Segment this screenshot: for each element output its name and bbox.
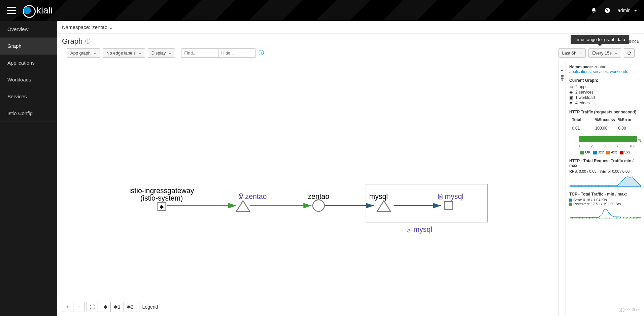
tcp-recv: Received: 17.51 / 192.50 B/s [569,202,641,206]
svg-point-2 [575,185,576,186]
current-graph-label: Current Graph: [569,78,641,83]
svg-point-38 [603,217,604,218]
stat-workload: ▣1 workload [569,95,641,100]
brand-logo[interactable]: kiali [23,5,53,16]
svg-point-6 [588,185,589,186]
legend-button[interactable]: Legend [139,302,161,312]
mysql-box-label: ⎘ mysql [407,225,432,234]
fit-button[interactable]: ⛶ [87,302,98,312]
http-sparkline [569,175,641,187]
graph-controls: ＋ － ⛶ ✱ ✱1 ✱2 Legend [62,302,161,312]
sidebar-item-graph[interactable]: Graph [0,38,57,55]
layout-2-button[interactable]: ✱2 [124,302,137,312]
panel-link-services[interactable]: services [593,69,608,74]
zentao-svc-node[interactable] [236,201,250,211]
http-req-header: HTTP - Total Request Traffic min / max: [569,159,641,168]
user-name: admin [618,8,631,13]
panel-link-workloads[interactable]: workloads [610,69,628,74]
svg-point-5 [585,185,586,186]
graph-type-select[interactable]: App graph⌄ [67,48,100,58]
display-select[interactable]: Display⌄ [148,48,175,58]
svg-point-35 [592,217,594,218]
hamburger-menu[interactable] [7,7,16,14]
svg-point-13 [612,185,613,186]
svg-point-31 [579,217,580,218]
http-traffic-header: HTTP Traffic (requests per second): [569,110,641,114]
hide-input[interactable] [218,49,256,57]
graph-canvas[interactable]: istio-ingressgateway (istio-system) ✱ ℣ … [57,61,558,316]
val-success: 100.00 [595,126,618,131]
brand-text: kiali [36,5,53,16]
sidebar: Overview Graph Applications Workloads Se… [0,21,57,316]
col-total: Total [569,117,595,122]
namespace-selector[interactable]: zentao ⌄ [92,24,112,30]
tcp-sparkline [569,207,641,219]
stat-edges: ✱4 edges [569,100,641,106]
edge-labels-select[interactable]: No edge labels⌄ [103,48,145,58]
sidebar-item-overview[interactable]: Overview [0,21,57,38]
find-hide-group [181,48,256,58]
page-title: Graph [62,37,82,46]
svg-point-50 [621,308,624,312]
gateway-label1: istio-ingressgateway [129,187,194,195]
sidebar-item-workloads[interactable]: Workloads [0,71,57,88]
svg-text:✱: ✱ [160,204,164,210]
svg-point-10 [602,185,603,186]
sidebar-item-applications[interactable]: Applications [0,55,57,71]
svg-point-33 [586,217,587,218]
layout-default-button[interactable]: ✱ [100,302,111,312]
svg-point-41 [613,217,614,218]
zoom-in-button[interactable]: ＋ [62,302,73,312]
mysql-app-label: mysql [369,192,388,201]
tooltip: Time range for graph data [571,35,629,44]
status-legend: OK 3xx 4xx 5xx [569,150,641,154]
panel-link-applications[interactable]: applications [569,69,590,74]
find-input[interactable] [181,49,218,57]
mysql-svc-node[interactable] [445,202,453,210]
side-panel: Namespace: zentao applications, services… [566,61,644,316]
namespace-label: Namespace: [62,24,90,30]
zentao-app-node[interactable] [313,200,325,212]
svg-point-1 [571,185,572,186]
val-error: 0.00 [618,126,641,131]
col-success: %Success [595,117,618,122]
chevron-down-icon [634,10,637,11]
svg-point-48 [636,217,637,218]
topbar: kiali admin [0,0,644,21]
sidebar-item-istio-config[interactable]: Istio Config [0,105,57,122]
tcp-sent: Sent: 0.18 / 1.04 K/s [569,198,641,202]
svg-point-9 [598,185,599,186]
svg-point-34 [589,217,590,218]
duration-select[interactable]: Last 6h⌄ [558,48,586,58]
refresh-interval-select[interactable]: Every 15s⌄ [588,48,621,58]
help-icon[interactable] [604,7,610,13]
svg-point-39 [606,217,607,218]
svg-point-7 [591,185,592,186]
svg-point-46 [630,217,631,218]
user-menu[interactable]: admin [618,8,637,13]
val-total: 0.01 [569,126,595,131]
zoom-out-button[interactable]: － [73,302,84,312]
svg-point-30 [576,217,577,218]
refresh-button[interactable] [624,48,635,58]
col-error: %Error [618,117,641,122]
tcp-header: TCP - Total Traffic - min / max: [569,192,641,197]
mysql-svc-label: ⎘ mysql [438,192,463,201]
http-req-sub: RPS: 0.00 / 0.05 , %Error 0.00 / 0.00 [569,169,641,173]
stat-apps: ▭2 apps [569,84,641,90]
svg-point-11 [605,185,606,186]
info-icon[interactable]: ⓘ [85,38,91,45]
find-help-icon[interactable]: ⓘ [259,49,264,57]
layout-1-button[interactable]: ✱1 [111,302,124,312]
svg-point-40 [609,217,610,218]
svg-point-12 [608,185,609,186]
svg-point-45 [626,217,627,218]
panel-ns-value: zentao [594,65,606,69]
svg-point-8 [595,185,596,186]
svg-point-3 [578,185,579,186]
notification-bell-icon[interactable] [591,7,597,13]
mysql-app-node[interactable] [377,201,391,211]
panel-hide-toggle[interactable]: ◂ Hide [558,61,566,316]
svg-point-4 [581,185,582,186]
sidebar-item-services[interactable]: Services [0,88,57,105]
